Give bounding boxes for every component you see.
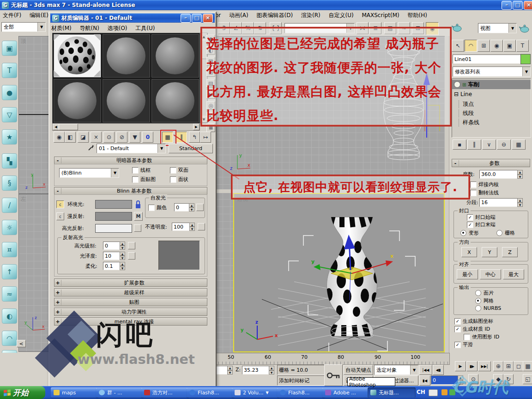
put-material-to-scene-button[interactable]: ◧: [65, 132, 76, 143]
modifier-enable-bulb-icon[interactable]: [454, 81, 460, 88]
put-to-library-button[interactable]: ▼: [129, 132, 140, 143]
coord-z-spinner[interactable]: ▲▼: [269, 366, 274, 375]
sample-slot[interactable]: [102, 79, 151, 123]
object-color-swatch[interactable]: [520, 54, 531, 64]
two-sided-checkbox[interactable]: 双面: [170, 167, 188, 174]
tab-hierarchy[interactable]: ⊞: [478, 40, 490, 52]
taskbar-item-flash8-2[interactable]: Flash8...: [277, 387, 325, 398]
keyboard-icon[interactable]: [429, 389, 438, 396]
cap-start-checkbox[interactable]: ✓封口始端: [467, 214, 496, 221]
go-to-start-button[interactable]: |◀◀: [419, 365, 432, 375]
min-max-toggle-button[interactable]: ◱: [523, 374, 532, 384]
material-name-dropdown[interactable]: 01 - Default▼: [97, 144, 166, 153]
dropdown-arrow-icon[interactable]: ▼: [410, 365, 418, 375]
go-to-end-button[interactable]: ▶▶|: [478, 361, 491, 371]
tab-utilities[interactable]: T: [516, 40, 529, 52]
self-illum-map-button[interactable]: [196, 204, 204, 211]
tabpanel-shapes-icon[interactable]: T: [2, 63, 17, 78]
scrollbar-thumb[interactable]: [59, 124, 78, 130]
use-shape-ids-checkbox[interactable]: 使用图形 ID: [464, 333, 499, 340]
menu-navigation[interactable]: 导航(N): [80, 24, 99, 32]
minimize-button[interactable]: –: [502, 1, 512, 10]
make-unique-button[interactable]: ⊘: [116, 132, 127, 143]
go-to-parent-button[interactable]: ↰: [189, 132, 200, 143]
shader-type-dropdown[interactable]: (B)Blinn▼: [59, 168, 119, 178]
lock-ambient-diffuse-button[interactable]: c: [56, 200, 64, 208]
mat-maximize-button[interactable]: □: [192, 14, 202, 23]
degrees-field[interactable]: 360.0: [479, 170, 518, 179]
segments-field[interactable]: 16: [479, 198, 518, 207]
set-keys-button[interactable]: [324, 364, 343, 386]
quick-render-teapot-icon[interactable]: [519, 24, 530, 33]
pick-material-eyedropper-icon[interactable]: [87, 144, 95, 151]
assign-material-to-selection-button[interactable]: ◪: [78, 132, 89, 143]
align-min-button[interactable]: 最小: [457, 269, 478, 279]
menu-customize[interactable]: 自定义(U): [328, 10, 353, 20]
menu-maxscript[interactable]: MAXScript(M): [362, 10, 399, 20]
selection-filter-dropdown-bottom[interactable]: 选定对象▼: [374, 365, 418, 375]
tabpanel-compounds-icon[interactable]: ●: [2, 85, 17, 100]
tray-icon[interactable]: [441, 389, 447, 395]
viewport-perspective[interactable]: 透视: [233, 193, 445, 352]
tabpanel-objects-icon[interactable]: ▣: [2, 41, 17, 56]
dropdown-arrow-icon[interactable]: ▼: [111, 169, 119, 177]
play-button[interactable]: ▶: [455, 361, 466, 371]
stack-item-vertex[interactable]: 顶点: [459, 100, 474, 108]
menu-file[interactable]: 文件(F): [3, 10, 21, 20]
tabpanel-modeling-icon[interactable]: ↑: [2, 264, 17, 279]
rollout-dynamics[interactable]: +动力学属性: [54, 308, 207, 316]
self-illum-color-checkbox[interactable]: 颜色: [148, 204, 167, 211]
material-id-channel-button[interactable]: 0: [142, 132, 153, 143]
scroll-right-icon[interactable]: ▶: [193, 124, 200, 130]
menu-graph-editors[interactable]: 图表编辑器(D): [257, 10, 293, 20]
tabpanel-spacewarps-icon[interactable]: §: [2, 175, 17, 191]
pan-button[interactable]: ◆: [493, 374, 503, 384]
stack-item-spline[interactable]: 样条线: [459, 119, 479, 127]
rollout-maps[interactable]: +贴图: [54, 298, 207, 306]
dropdown-arrow-icon[interactable]: ▼: [508, 24, 516, 33]
weld-core-checkbox[interactable]: 焊接内核: [470, 181, 499, 188]
gen-mapping-coords-checkbox[interactable]: ✓生成贴图坐标: [454, 318, 493, 325]
sample-slot[interactable]: [151, 34, 200, 78]
taskbar-item-maps[interactable]: maps: [51, 387, 99, 398]
previous-frame-button[interactable]: ◀▮: [433, 365, 444, 375]
get-material-button[interactable]: ◉: [54, 132, 65, 143]
direction-x-button[interactable]: X: [461, 247, 477, 257]
tabpanel-render-icon[interactable]: ◐: [2, 308, 17, 324]
make-unique-stack-button[interactable]: ∨: [482, 139, 496, 150]
expand-modifier-icon[interactable]: ⊞: [462, 82, 466, 87]
mat-close-button[interactable]: ×: [203, 14, 213, 23]
ambient-color-swatch[interactable]: [95, 200, 132, 209]
tabpanel-arc-icon[interactable]: ◠: [2, 331, 17, 346]
coord-x-spinner[interactable]: ▲▼: [227, 366, 233, 375]
zoom-button[interactable]: ⊕: [493, 361, 503, 371]
tray-icon[interactable]: [449, 389, 455, 395]
menu-rendering[interactable]: 渲染(R): [301, 10, 320, 20]
opacity-spinner[interactable]: ▲▼: [189, 223, 195, 231]
rollout-blinn-basic[interactable]: -Blinn 基本参数: [54, 187, 207, 195]
segments-spinner[interactable]: ▲▼: [517, 198, 523, 207]
modifier-list-dropdown[interactable]: 修改器列表▼: [453, 66, 531, 77]
pin-stack-button[interactable]: ▪: [453, 139, 466, 150]
lock-icon[interactable]: [135, 200, 141, 210]
taskbar-group-arrow-icon[interactable]: ▼: [266, 391, 268, 395]
timeline-ruler[interactable]: 50 60 70 80 90 100: [200, 353, 450, 365]
sample-horizontal-scrollbar[interactable]: ◀ ▶: [52, 123, 200, 131]
tab-modify[interactable]: ◠: [465, 40, 477, 52]
current-frame-field[interactable]: 0: [431, 375, 460, 385]
specular-level-spinner[interactable]: ▲▼: [120, 242, 125, 250]
frame-spinner[interactable]: ▲▼: [458, 375, 463, 385]
collapse-tree-icon[interactable]: ⊟: [454, 91, 459, 97]
direction-z-button[interactable]: Z: [502, 247, 518, 257]
make-material-copy-button[interactable]: ⊙: [103, 132, 115, 143]
next-frame-button[interactable]: ▮▶: [466, 361, 478, 371]
add-time-tag[interactable]: 添加时间标记: [277, 375, 326, 386]
zoom-all-button[interactable]: ⊞: [503, 361, 514, 371]
output-patch-radio[interactable]: 面片: [475, 290, 494, 296]
menu-edit[interactable]: 编辑(E): [30, 10, 48, 20]
flip-normals-checkbox[interactable]: 翻转法线: [470, 189, 499, 196]
stack-item-line[interactable]: ⊟ Line: [454, 91, 472, 97]
taskbar-item-3dsmax[interactable]: 无标题...: [368, 387, 416, 398]
sample-slot[interactable]: [53, 79, 102, 123]
reset-map-button[interactable]: ×: [91, 132, 102, 143]
